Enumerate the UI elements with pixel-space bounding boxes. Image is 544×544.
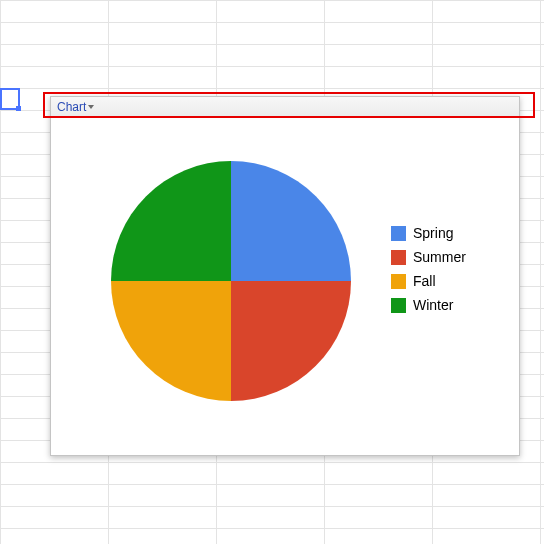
chart-menu-dropdown[interactable]: Chart	[57, 100, 94, 114]
chart-object[interactable]: Chart SpringSummerFallWinter	[50, 96, 520, 456]
chart-header-bar: Chart	[51, 97, 519, 117]
pie-chart	[111, 161, 351, 401]
legend-item: Summer	[391, 249, 466, 265]
legend-item: Winter	[391, 297, 466, 313]
chart-plot-area: SpringSummerFallWinter	[51, 117, 519, 455]
legend-swatch	[391, 250, 406, 265]
legend-label: Spring	[413, 225, 453, 241]
legend-label: Fall	[413, 273, 436, 289]
legend-item: Fall	[391, 273, 466, 289]
selected-cell-indicator[interactable]	[0, 88, 20, 110]
legend-swatch	[391, 298, 406, 313]
chart-menu-label: Chart	[57, 100, 86, 114]
chart-legend: SpringSummerFallWinter	[391, 225, 466, 313]
legend-label: Summer	[413, 249, 466, 265]
legend-swatch	[391, 274, 406, 289]
legend-label: Winter	[413, 297, 453, 313]
legend-swatch	[391, 226, 406, 241]
chevron-down-icon	[88, 105, 94, 109]
legend-item: Spring	[391, 225, 466, 241]
